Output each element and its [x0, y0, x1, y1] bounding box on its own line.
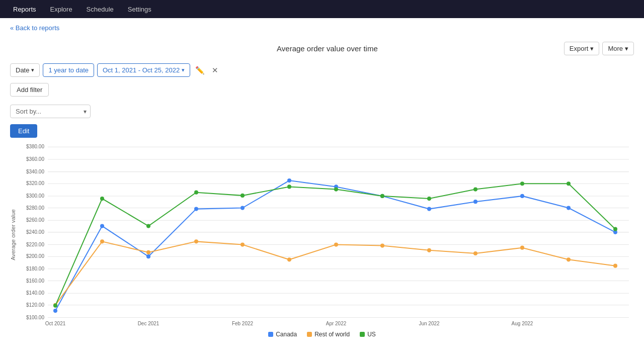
add-filter-row: Add filter [10, 81, 634, 105]
svg-text:$100.00: $100.00 [26, 314, 44, 320]
date-filter-button[interactable]: Date [10, 63, 40, 77]
row-legend-label: Rest of world [314, 331, 350, 338]
period-filter-button[interactable]: 1 year to date [43, 63, 94, 77]
svg-text:$280.00: $280.00 [26, 205, 44, 211]
row-dot [146, 250, 150, 254]
row-dot [520, 246, 524, 250]
us-dot [520, 182, 524, 186]
us-dot [100, 197, 104, 201]
canada-dot [194, 207, 198, 211]
report-title: Average order value over time [91, 44, 564, 53]
row-dot [380, 243, 384, 247]
canada-dot [100, 224, 104, 228]
row-dot [613, 264, 617, 268]
canada-dot [287, 178, 291, 183]
svg-text:Average order value: Average order value [10, 209, 16, 260]
us-dot [567, 182, 571, 186]
row-dot [567, 257, 571, 261]
nav-explore[interactable]: Explore [43, 0, 79, 18]
canada-dot [146, 254, 150, 258]
chart-legend: Canada Rest of world US [10, 328, 634, 340]
svg-text:Aug 2022: Aug 2022 [512, 321, 533, 326]
chart-svg: Average order value $100.00 $120.00 $140… [10, 142, 634, 328]
svg-text:Jun 2022: Jun 2022 [419, 321, 439, 326]
us-dot [53, 304, 57, 308]
legend-rest-of-world: Rest of world [307, 331, 350, 338]
export-button[interactable]: Export ▾ [564, 42, 600, 55]
canada-dot [240, 206, 245, 210]
canada-dot [567, 206, 571, 210]
canada-dot [53, 309, 57, 313]
row-legend-icon [307, 332, 312, 337]
export-chevron-icon: ▾ [590, 45, 594, 52]
more-label: More [608, 45, 623, 52]
svg-text:$340.00: $340.00 [26, 169, 44, 174]
nav-schedule[interactable]: Schedule [79, 0, 121, 18]
row-dot [427, 248, 431, 252]
canada-dot [427, 207, 431, 211]
period-label: 1 year to date [48, 66, 89, 74]
export-label: Export [570, 45, 589, 52]
row-dot [194, 239, 198, 243]
canada-dot [473, 200, 477, 204]
remove-filter-icon[interactable]: ✕ [210, 65, 220, 76]
report-header: Average order value over time Export ▾ M… [10, 37, 634, 63]
date-filter-label: Date [16, 66, 29, 74]
date-range-value: Oct 1, 2021 - Oct 25, 2022 [103, 66, 180, 74]
date-range-button[interactable]: Oct 1, 2021 - Oct 25, 2022 [97, 63, 190, 77]
row-dot [334, 242, 338, 246]
nav-settings[interactable]: Settings [121, 0, 158, 18]
svg-text:$200.00: $200.00 [26, 253, 44, 259]
svg-text:Dec 2021: Dec 2021 [138, 321, 159, 326]
svg-text:$180.00: $180.00 [26, 266, 44, 272]
svg-text:Apr 2022: Apr 2022 [326, 321, 347, 326]
svg-text:$320.00: $320.00 [26, 180, 44, 186]
svg-text:$140.00: $140.00 [26, 290, 44, 296]
edit-filter-icon[interactable]: ✏️ [193, 65, 207, 76]
us-legend-icon [360, 332, 365, 337]
chart-container: Average order value $100.00 $120.00 $140… [10, 142, 634, 328]
sort-select[interactable]: Sort by... Date Value Region [10, 105, 91, 118]
row-dot [240, 242, 245, 246]
svg-text:Oct 2021: Oct 2021 [45, 321, 66, 326]
svg-text:$240.00: $240.00 [26, 229, 44, 235]
us-dot [427, 197, 431, 201]
back-to-reports-link[interactable]: « Back to reports [10, 18, 59, 37]
svg-text:$360.00: $360.00 [26, 156, 44, 162]
more-button[interactable]: More ▾ [602, 42, 634, 55]
us-dot [287, 185, 291, 189]
legend-us: US [360, 331, 376, 338]
row-dot [100, 239, 104, 243]
sort-wrapper: Sort by... Date Value Region [10, 105, 91, 118]
svg-text:$380.00: $380.00 [26, 144, 44, 149]
us-legend-label: US [367, 331, 376, 338]
row-dot [287, 257, 291, 261]
us-dot [194, 191, 198, 195]
svg-text:Feb 2022: Feb 2022 [232, 321, 254, 326]
svg-text:$160.00: $160.00 [26, 278, 44, 283]
us-dot [146, 224, 150, 228]
filter-row: Date 1 year to date Oct 1, 2021 - Oct 25… [10, 63, 634, 81]
add-filter-button[interactable]: Add filter [10, 83, 49, 97]
svg-text:$260.00: $260.00 [26, 217, 44, 223]
us-dot [334, 187, 338, 191]
legend-canada: Canada [268, 331, 297, 338]
us-dot [473, 187, 477, 191]
svg-text:$220.00: $220.00 [26, 241, 44, 247]
svg-text:$120.00: $120.00 [26, 302, 44, 308]
sort-row: Sort by... Date Value Region [10, 105, 634, 124]
row-dot [473, 251, 477, 255]
canada-legend-label: Canada [276, 331, 297, 338]
edit-button[interactable]: Edit [10, 124, 37, 138]
more-chevron-icon: ▾ [625, 45, 628, 52]
us-dot [240, 194, 245, 198]
top-navigation: Reports Explore Schedule Settings [0, 0, 644, 18]
us-dot [613, 227, 617, 231]
canada-legend-icon [268, 332, 273, 337]
nav-reports[interactable]: Reports [6, 0, 43, 18]
header-actions: Export ▾ More ▾ [564, 42, 634, 55]
canada-dot [520, 194, 524, 198]
svg-text:$300.00: $300.00 [26, 193, 44, 199]
us-dot [380, 194, 384, 198]
